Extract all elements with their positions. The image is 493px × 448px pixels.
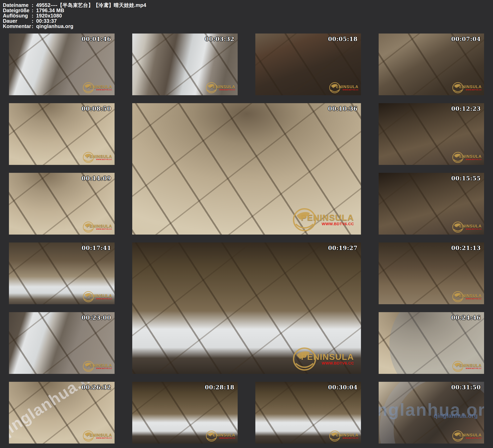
peninsula-watermark: PENINSULAWWW.BDTV6.CC xyxy=(452,291,482,302)
studio-url: WWW.BDTV6.CC xyxy=(322,361,354,365)
studio-url: WWW.BDTV6.CC xyxy=(466,367,482,370)
field-label: Dateiname xyxy=(3,2,32,8)
video-thumbnail-10: 00:17:41 PENINSULAWWW.BDTV6.CC xyxy=(9,243,114,304)
peninsula-watermark: PENINSULAWWW.BDTV6.CC xyxy=(206,82,235,93)
timestamp-overlay: 00:15:55 xyxy=(451,175,481,182)
studio-url: WWW.BDTV6.CC xyxy=(322,222,354,226)
peninsula-watermark: PENINSULAWWW.BDTV6.CC xyxy=(452,221,482,233)
peninsula-watermark: PENINSULAWWW.BDTV6.CC xyxy=(292,347,354,371)
studio-url: WWW.BDTV6.CC xyxy=(466,298,482,300)
studio-url: WWW.BDTV6.CC xyxy=(96,367,112,370)
studio-url: WWW.BDTV6.CC xyxy=(466,228,482,230)
file-info-row-dateigroesse: Dateigröße : 1796.34 MB xyxy=(3,8,493,13)
timestamp-overlay: 00:24:46 xyxy=(451,314,481,321)
peninsula-watermark: PENINSULAWWW.BDTV6.CC xyxy=(292,208,354,232)
video-thumbnail-16: 00:28:18 PENINSULAWWW.BDTV6.CC xyxy=(132,382,238,444)
video-thumbnail-11-large: 00:19:27 PENINSULAWWW.BDTV6.CC xyxy=(132,243,361,374)
timestamp-overlay: 00:07:04 xyxy=(451,36,481,43)
peninsula-watermark: PENINSULAWWW.BDTV6.CC xyxy=(83,152,112,163)
timestamp-overlay: 00:05:18 xyxy=(328,36,358,43)
globe-icon xyxy=(206,430,217,442)
globe-icon xyxy=(83,82,94,93)
file-info-row-dateiname: Dateiname : 49552----【半岛束艺台】【泠鸢】晴天娃娃.mp4 xyxy=(3,2,493,8)
field-separator: : xyxy=(32,13,36,18)
globe-icon xyxy=(83,361,94,372)
timestamp-overlay: 00:10:36 xyxy=(328,105,358,112)
video-thumbnail-18: 00:31:50 qinglanhua.org qinglanhua.org P… xyxy=(379,382,484,444)
globe-icon xyxy=(452,291,464,302)
studio-url: WWW.BDTV6.CC xyxy=(466,437,482,439)
contact-sheet: Dateiname : 49552----【半岛束艺台】【泠鸢】晴天娃娃.mp4… xyxy=(0,0,493,448)
globe-icon xyxy=(329,82,340,93)
peninsula-watermark: PENINSULAWWW.BDTV6.CC xyxy=(83,361,112,372)
timestamp-overlay: 00:31:50 xyxy=(451,384,481,391)
timestamp-overlay: 00:26:32 xyxy=(82,384,111,391)
field-label: Auflösung xyxy=(3,13,32,18)
file-name-value: 49552----【半岛束艺台】【泠鸢】晴天娃娃.mp4 xyxy=(36,2,146,8)
globe-icon xyxy=(292,208,316,232)
peninsula-watermark: PENINSULAWWW.BDTV6.CC xyxy=(452,430,482,442)
timestamp-overlay: 00:08:50 xyxy=(82,105,111,112)
globe-icon xyxy=(452,430,464,442)
peninsula-watermark: PENINSULAWWW.BDTV6.CC xyxy=(83,82,112,93)
studio-url: WWW.BDTV6.CC xyxy=(466,89,482,91)
timestamp-overlay: 00:30:04 xyxy=(328,384,358,391)
field-separator: : xyxy=(32,2,36,8)
studio-url: WWW.BDTV6.CC xyxy=(96,158,112,160)
globe-icon xyxy=(452,221,464,233)
video-thumbnail-12: 00:21:13 PENINSULAWWW.BDTV6.CC xyxy=(379,243,484,304)
studio-url: WWW.BDTV6.CC xyxy=(219,437,235,439)
timestamp-overlay: 00:14:09 xyxy=(82,175,111,182)
timestamp-overlay: 00:01:46 xyxy=(82,36,111,43)
studio-url: WWW.BDTV6.CC xyxy=(96,298,112,300)
globe-icon xyxy=(292,347,316,371)
studio-url: WWW.BDTV6.CC xyxy=(342,437,359,439)
timestamp-overlay: 00:12:23 xyxy=(451,105,481,112)
peninsula-watermark: PENINSULAWWW.BDTV6.CC xyxy=(452,82,482,93)
thumbnail-grid: 00:01:46 PENINSULAWWW.BDTV6.CC 00:03:32 … xyxy=(1,30,492,447)
globe-icon xyxy=(83,221,94,233)
video-thumbnail-13: 00:23:00 PENINSULAWWW.BDTV6.CC xyxy=(9,312,114,374)
field-separator: : xyxy=(32,8,36,13)
studio-url: WWW.BDTV6.CC xyxy=(342,89,359,91)
studio-url: WWW.BDTV6.CC xyxy=(96,437,112,439)
globe-icon xyxy=(329,430,340,442)
video-thumbnail-9: 00:15:55 PENINSULAWWW.BDTV6.CC xyxy=(379,173,484,235)
studio-url: WWW.BDTV6.CC xyxy=(219,89,235,91)
globe-icon xyxy=(452,361,464,372)
peninsula-watermark: PENINSULAWWW.BDTV6.CC xyxy=(83,221,112,233)
file-size-value: 1796.34 MB xyxy=(36,8,64,13)
globe-icon xyxy=(83,291,94,302)
resolution-value: 1920x1080 xyxy=(36,13,62,18)
comment-value: qinglanhua.org xyxy=(36,23,73,29)
video-thumbnail-17: 00:30:04 PENINSULAWWW.BDTV6.CC xyxy=(255,382,361,444)
file-info-row-kommentar: Kommentar : qinglanhua.org xyxy=(3,23,493,29)
peninsula-watermark: PENINSULAWWW.BDTV6.CC xyxy=(452,152,482,163)
video-thumbnail-14: 00:24:46 PENINSULAWWW.BDTV6.CC xyxy=(379,312,484,374)
globe-icon xyxy=(452,82,464,93)
file-info-row-dauer: Dauer : 00:33:37 xyxy=(3,18,493,23)
field-separator: : xyxy=(32,23,36,29)
peninsula-watermark: PENINSULAWWW.BDTV6.CC xyxy=(452,361,482,372)
globe-icon xyxy=(83,430,94,442)
file-info-header: Dateiname : 49552----【半岛束艺台】【泠鸢】晴天娃娃.mp4… xyxy=(0,0,493,30)
site-watermark-small: qinglanhua.org xyxy=(434,412,478,419)
timestamp-overlay: 00:19:27 xyxy=(328,245,358,251)
studio-url: WWW.BDTV6.CC xyxy=(466,158,482,160)
peninsula-watermark: PENINSULAWWW.BDTV6.CC xyxy=(83,430,112,442)
video-thumbnail-8: 00:14:09 PENINSULAWWW.BDTV6.CC xyxy=(9,173,114,235)
timestamp-overlay: 00:21:13 xyxy=(451,245,481,251)
peninsula-watermark: PENINSULAWWW.BDTV6.CC xyxy=(83,291,112,302)
timestamp-overlay: 00:03:32 xyxy=(205,36,235,43)
globe-icon xyxy=(452,152,464,163)
video-thumbnail-5: 00:08:50 PENINSULAWWW.BDTV6.CC xyxy=(9,103,114,165)
video-thumbnail-3: 00:05:18 PENINSULAWWW.BDTV6.CC xyxy=(255,34,361,95)
video-thumbnail-15: 00:26:32 qinglanhua.net PENINSULAWWW.BDT… xyxy=(9,382,114,444)
field-label: Dateigröße xyxy=(3,8,32,13)
timestamp-overlay: 00:23:00 xyxy=(82,314,111,321)
video-thumbnail-4: 00:07:04 PENINSULAWWW.BDTV6.CC xyxy=(379,34,484,95)
field-separator: : xyxy=(32,18,36,23)
video-thumbnail-2: 00:03:32 PENINSULAWWW.BDTV6.CC xyxy=(132,34,238,95)
peninsula-watermark: PENINSULAWWW.BDTV6.CC xyxy=(206,430,235,442)
globe-icon xyxy=(83,152,94,163)
